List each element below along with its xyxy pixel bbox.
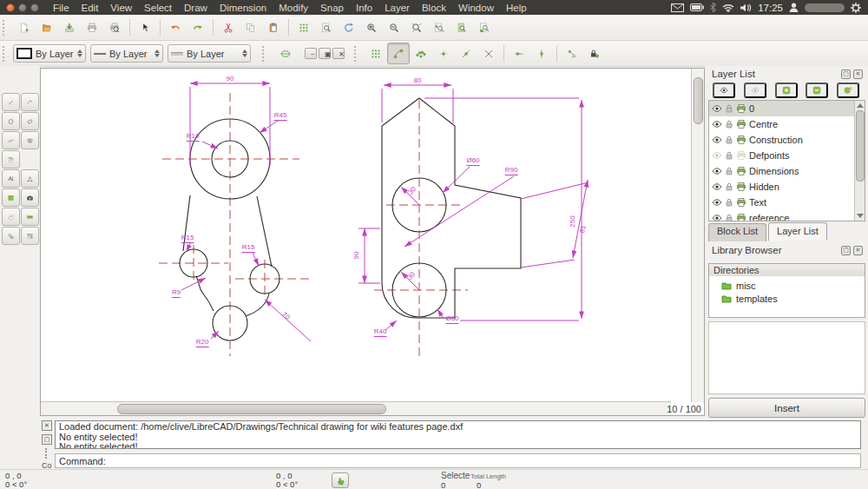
block-create-button[interactable] (2, 227, 20, 245)
pen-linetype-dropdown[interactable]: By Layer (168, 44, 251, 63)
layer-visibility-icon[interactable] (712, 182, 722, 192)
redraw-button[interactable] (338, 17, 360, 38)
toolbar-grip[interactable] (3, 46, 10, 62)
layer-row[interactable]: Dimensions (709, 163, 865, 179)
layer-print-icon[interactable] (736, 150, 746, 161)
wifi-icon[interactable] (722, 3, 734, 12)
open-file-button[interactable] (36, 17, 58, 38)
layer-print-icon[interactable] (736, 213, 746, 221)
layer-list-scrollbar[interactable] (854, 101, 865, 221)
layer-panel-float-icon[interactable]: ▢ (841, 69, 851, 79)
layer-visibility-icon[interactable] (712, 103, 722, 114)
layer-print-icon[interactable] (736, 182, 746, 192)
move-tool-button[interactable] (2, 208, 20, 226)
menu-edit[interactable]: Edit (76, 2, 105, 14)
toolbar-grip[interactable] (3, 20, 10, 36)
directory-item[interactable]: templates (709, 292, 865, 305)
insert-button[interactable]: Insert (708, 398, 865, 418)
select-pointer-button[interactable] (134, 17, 156, 38)
hscroll-thumb[interactable] (117, 404, 386, 414)
layer-visibility-icon[interactable] (712, 197, 722, 208)
pen-width-dropdown[interactable]: By Layer (90, 44, 163, 63)
menu-layer[interactable]: Layer (378, 2, 416, 14)
layer-row[interactable]: Construction (709, 132, 865, 148)
snap-grid-button[interactable] (365, 43, 387, 64)
redo-button[interactable] (187, 17, 209, 38)
layer-print-icon[interactable] (736, 119, 746, 129)
draw-line-button[interactable] (2, 93, 20, 111)
clock[interactable]: 17:25 (758, 3, 783, 13)
volume-icon[interactable] (740, 3, 752, 12)
toolbar-grip[interactable] (262, 46, 270, 62)
draw-point-button[interactable] (2, 150, 20, 169)
snap-intersection-button[interactable] (477, 43, 500, 64)
window-maximize-button[interactable] (30, 3, 39, 12)
print-button[interactable] (81, 17, 103, 38)
snap-middle-button[interactable] (455, 43, 477, 64)
layer-row[interactable]: Hidden (709, 179, 865, 195)
menu-select[interactable]: Select (138, 2, 178, 14)
pen-color-dropdown[interactable]: By Layer (13, 44, 86, 63)
user-icon[interactable] (789, 3, 799, 12)
snap-on-entity-button[interactable] (410, 43, 432, 64)
dimension-tool-button[interactable] (21, 169, 39, 188)
draw-ellipse-button[interactable] (21, 112, 39, 130)
mail-icon[interactable] (671, 3, 684, 12)
command-input[interactable]: Command: (55, 453, 861, 468)
lock-relative-zero-button[interactable] (583, 43, 606, 64)
layer-lock-icon[interactable] (724, 182, 734, 192)
draw-hatch-button[interactable] (2, 188, 20, 207)
ellipse-axes-button[interactable] (274, 43, 297, 64)
window-close-button[interactable] (6, 3, 15, 12)
zoom-selected-button[interactable] (473, 17, 496, 38)
gear-icon[interactable] (851, 3, 861, 13)
layer-row[interactable]: 0 (709, 101, 865, 116)
bluetooth-icon[interactable] (710, 3, 716, 12)
layer-lock-icon[interactable] (724, 103, 734, 114)
layer-panel-close-icon[interactable]: ✕ (853, 69, 863, 79)
draw-arc-button[interactable] (21, 93, 39, 111)
layer-lock-icon[interactable] (724, 119, 734, 129)
insert-image-button[interactable] (21, 188, 39, 207)
zoom-out-button[interactable] (383, 17, 405, 38)
command-history[interactable]: Loaded document: /home/clive/LibreCAD/Dr… (55, 420, 861, 449)
zoom-previous-button[interactable] (428, 17, 450, 38)
window-minimize-button[interactable] (18, 3, 27, 12)
mdi-restore-button[interactable]: ▣ (319, 48, 331, 59)
layer-print-icon[interactable] (736, 197, 746, 208)
toolbar-grip[interactable] (354, 46, 362, 62)
mdi-minimize-button[interactable]: − (305, 48, 317, 59)
menu-info[interactable]: Info (350, 2, 378, 14)
block-edit-button[interactable] (21, 227, 39, 245)
menu-snap[interactable]: Snap (314, 2, 350, 14)
remove-layer-button[interactable] (806, 83, 828, 98)
layer-visibility-icon[interactable] (712, 150, 722, 161)
layer-row[interactable]: Centre (709, 116, 865, 132)
layer-lock-icon[interactable] (724, 166, 734, 176)
measure-tool-button[interactable] (21, 208, 39, 226)
battery-icon[interactable] (690, 3, 704, 11)
restrict-nothing-button[interactable] (561, 43, 583, 64)
draw-text-button[interactable] (2, 169, 20, 188)
show-all-layers-button[interactable] (713, 83, 735, 98)
menu-help[interactable]: Help (500, 2, 533, 14)
directory-item[interactable]: misc (709, 279, 865, 292)
draw-ellipse-arc-button[interactable] (21, 131, 39, 149)
layer-row[interactable]: Text (709, 195, 865, 210)
hide-all-layers-button[interactable] (744, 83, 766, 98)
new-file-button[interactable] (13, 17, 36, 38)
draw-spline-button[interactable] (2, 131, 20, 149)
layer-scroll-thumb[interactable] (856, 110, 865, 182)
snap-endpoint-button[interactable] (387, 43, 410, 64)
zoom-window-button[interactable] (315, 17, 338, 38)
cut-button[interactable] (217, 17, 240, 38)
mouse-hint-button[interactable] (332, 472, 349, 488)
library-close-icon[interactable]: ✕ (853, 246, 863, 255)
scroll-down-icon[interactable] (857, 214, 864, 218)
command-float-icon[interactable]: ▢ (42, 434, 52, 445)
snap-distance-button[interactable] (508, 43, 530, 64)
layer-print-icon[interactable] (736, 166, 746, 176)
save-file-button[interactable] (58, 17, 81, 38)
drawing-canvas[interactable]: 90R45R10R15R15R9R207080Ø60R9025081903030… (41, 69, 692, 402)
snap-center-button[interactable] (432, 43, 455, 64)
